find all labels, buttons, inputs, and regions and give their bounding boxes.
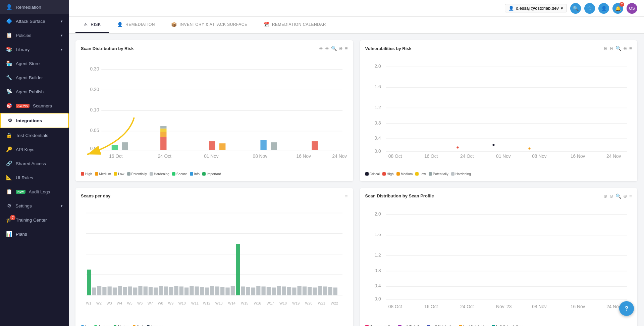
svg-text:W10: W10 [178,301,186,305]
zoom-icon-4[interactable]: 🔍 [615,193,621,199]
sidebar-item-training-center[interactable]: 🎓 7 Training Center [0,213,69,227]
sidebar-item-api-keys[interactable]: 🔑 API Keys [0,142,69,156]
menu-icon[interactable]: ≡ [345,46,347,51]
svg-text:01 Nov: 01 Nov [204,154,219,159]
svg-rect-76 [200,287,204,295]
scan-profile-chart: Scan Distribution by Scan Profile ⊕ ⊖ 🔍 … [360,188,638,326]
zoom-icon[interactable]: 🔍 [331,46,337,51]
svg-rect-84 [241,286,245,295]
zoom-icon-2[interactable]: 🔍 [615,46,621,51]
menu-icon-2[interactable]: ≡ [629,46,632,51]
sidebar-item-scanners[interactable]: 🎯 alpha Scanners [0,99,69,113]
tab-risk[interactable]: ⚠ RISK [75,17,109,33]
chart-controls-4: ⊕ ⊖ 🔍 ⊕ ≡ [603,193,632,199]
svg-text:W9: W9 [168,301,173,305]
svg-rect-16 [209,141,215,150]
menu-icon-3[interactable]: ≡ [345,193,347,199]
sidebar-item-attack-surface[interactable]: 🔷 Attack Surface ▾ [0,14,69,28]
svg-text:W11: W11 [191,301,199,305]
svg-rect-88 [261,286,265,295]
svg-rect-15 [122,142,128,150]
zoom-in-icon-2[interactable]: ⊕ [603,46,607,51]
expand-arrow-icon: ▾ [61,47,63,52]
crosshair-icon-4[interactable]: ⊕ [623,193,627,199]
sidebar-item-remediation[interactable]: 👤 Remediation [0,0,69,14]
sidebar-item-agent-store[interactable]: 🏪 Agent Store [0,56,69,71]
zoom-in-icon[interactable]: ⊕ [319,46,323,51]
svg-text:W5: W5 [127,301,132,305]
sidebar-label-plans: Plans [16,232,27,237]
svg-rect-69 [164,286,168,295]
svg-rect-55 [92,287,96,295]
person-icon[interactable]: 👤 [598,3,609,14]
avatar[interactable]: OS [627,3,637,14]
chart-legend-2: Critical High Medium Low Potentially Har… [365,172,632,176]
shared-access-icon: 🔗 [6,160,12,167]
svg-text:16 Nov: 16 Nov [297,154,311,159]
notification-count: 7 [620,2,624,7]
svg-text:W1: W1 [86,301,91,305]
sidebar-item-audit-logs[interactable]: 📋 New Audit Logs [0,185,69,199]
zoom-in-icon-4[interactable]: ⊕ [603,193,607,199]
svg-text:08 Nov: 08 Nov [532,304,547,309]
crosshair-icon-2[interactable]: ⊕ [623,46,627,51]
shield-icon[interactable]: 🛡 [584,3,595,14]
svg-text:08 Oct: 08 Oct [388,304,402,309]
sidebar-item-settings[interactable]: ⚙ Settings ▾ [0,199,69,213]
svg-text:0.10: 0.10 [90,107,99,112]
svg-rect-20 [312,141,318,150]
agent-builder-icon: 🔧 [6,75,12,81]
sidebar-label-training-center: Training Center [16,218,47,223]
sidebar-label-test-credentials: Test Credentials [16,133,48,138]
zoom-out-icon-4[interactable]: ⊖ [609,193,613,199]
svg-text:24 Oct: 24 Oct [460,154,474,159]
vulnerabilities-chart: Vulnerabilities by Risk ⊕ ⊖ 🔍 ⊕ ≡ 2.0 1.… [360,40,638,181]
test-credentials-icon: 🔒 [6,132,12,138]
zoom-out-icon[interactable]: ⊖ [325,46,329,51]
svg-rect-101 [328,287,332,295]
svg-text:W4: W4 [117,301,122,305]
crosshair-icon[interactable]: ⊕ [339,46,343,51]
svg-rect-102 [333,287,337,295]
svg-rect-98 [313,287,317,295]
chart-svg-1: 0.30 0.20 0.10 0.05 0.00 [81,55,348,168]
menu-icon-4[interactable]: ≡ [629,193,632,199]
topbar: 👤 o.essaji@ostorlab.dev ▾ 🔍 🛡 👤 🔔 7 OS [69,0,644,17]
svg-text:W6: W6 [137,301,143,305]
tab-inventory[interactable]: 📦 INVENTORY & ATTACK SURFACE [163,17,255,33]
sidebar-item-ui-rules[interactable]: 📐 UI Rules [0,171,69,185]
count-badge: 7 [10,215,15,220]
sidebar-item-plans[interactable]: 📊 Plans [0,227,69,241]
tab-calendar[interactable]: 📅 REMEDIATION CALENDAR [255,17,334,33]
svg-text:W7: W7 [148,301,153,305]
svg-rect-99 [318,286,322,295]
svg-text:0.4: 0.4 [374,136,381,141]
sidebar-item-integrations[interactable]: ⚙ Integrations [0,113,69,128]
sidebar-item-agent-publish[interactable]: 📡 Agent Publish [0,85,69,99]
sidebar-item-test-credentials[interactable]: 🔒 Test Credentials [0,128,69,142]
sidebar-label-integrations: Integrations [16,118,42,123]
sidebar-label-shared-access: Shared Access [16,161,46,166]
notification-bell[interactable]: 🔔 7 [612,3,623,14]
sidebar-item-agent-builder[interactable]: 🔧 Agent Builder [0,71,69,85]
tab-bar: ⚠ RISK 👤 REMEDIATION 📦 INVENTORY & ATTAC… [69,17,644,34]
svg-rect-59 [113,287,117,295]
tab-remediation[interactable]: 👤 REMEDIATION [109,17,163,33]
plans-icon: 📊 [6,231,12,237]
sidebar-item-library[interactable]: 📚 Library ▾ [0,42,69,56]
zoom-out-icon-2[interactable]: ⊖ [609,46,613,51]
search-button[interactable]: 🔍 [570,3,581,14]
sidebar-item-shared-access[interactable]: 🔗 Shared Access [0,156,69,171]
help-button[interactable]: ? [619,301,634,316]
svg-text:W2: W2 [96,301,102,305]
library-icon: 📚 [6,46,12,52]
chart-title-3: Scans per day [81,193,110,198]
svg-text:0.20: 0.20 [90,87,99,92]
sidebar-item-policies[interactable]: 📋 Policies ▾ [0,28,69,42]
svg-rect-82 [231,286,235,295]
svg-text:W17: W17 [267,301,274,305]
svg-rect-62 [128,286,132,295]
user-selector[interactable]: 👤 o.essaji@ostorlab.dev ▾ [505,4,567,12]
chart-legend-1: High Medium Low Potentially Hardening Se… [81,172,348,176]
tab-inventory-label: INVENTORY & ATTACK SURFACE [179,22,247,27]
